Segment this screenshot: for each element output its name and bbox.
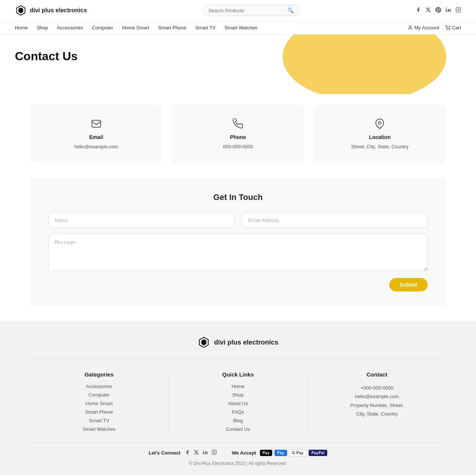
footer-logo-text: divi plus electronics bbox=[214, 339, 278, 346]
quicklinks-list: Home Shop About Us FAQs Blog Contact Us bbox=[176, 384, 300, 432]
list-item[interactable]: Blog bbox=[233, 418, 243, 423]
footer-logo-icon bbox=[197, 336, 210, 349]
name-input[interactable] bbox=[48, 213, 234, 228]
search-input[interactable] bbox=[208, 8, 287, 13]
footer-quicklinks-col: Quick Links Home Shop About Us FAQs Blog… bbox=[169, 371, 308, 432]
contact-col-title: Contact bbox=[315, 371, 439, 378]
we-accept: We Accept Pay Pay G Pay PayPal bbox=[232, 449, 327, 456]
facebook-icon[interactable] bbox=[415, 7, 421, 14]
apple-pay-icon: Pay bbox=[260, 450, 272, 456]
list-item[interactable]: About Us bbox=[228, 401, 248, 406]
footer-contact-col: Contact +000-000-0000 hello@example.com … bbox=[308, 371, 446, 432]
form-title: Get In Touch bbox=[48, 193, 428, 202]
cat-smart-watches[interactable]: Smart Watches bbox=[83, 426, 115, 432]
svg-marker-11 bbox=[202, 339, 207, 346]
nav-right: My Account Cart bbox=[408, 25, 461, 30]
ql-home[interactable]: Home bbox=[232, 384, 245, 389]
footer-linkedin-icon[interactable] bbox=[203, 450, 208, 456]
list-item[interactable]: Shop bbox=[232, 392, 244, 398]
location-card-value: Street, City, State, Country bbox=[351, 144, 408, 149]
email-input[interactable] bbox=[242, 213, 428, 228]
svg-point-7 bbox=[450, 29, 450, 30]
nav-smart-tv[interactable]: Smart TV bbox=[195, 25, 216, 30]
account-label: My Account bbox=[414, 25, 439, 30]
nav-home[interactable]: Home bbox=[15, 25, 28, 30]
nav-home-smart[interactable]: Home Smart bbox=[122, 25, 149, 30]
footer-twitter-icon[interactable] bbox=[194, 450, 199, 456]
ql-contact[interactable]: Contact Us bbox=[226, 426, 250, 432]
cat-computer[interactable]: Computer bbox=[89, 392, 110, 398]
svg-rect-13 bbox=[212, 450, 216, 455]
location-card: Location Street, City, State, Country bbox=[313, 105, 446, 163]
svg-rect-3 bbox=[456, 7, 461, 12]
list-item[interactable]: Home bbox=[232, 384, 245, 389]
pinterest-icon[interactable] bbox=[435, 7, 441, 14]
form-section: Get In Touch Submit bbox=[0, 174, 476, 321]
linkedin-icon[interactable] bbox=[446, 7, 451, 14]
social-icons bbox=[415, 7, 461, 14]
pay-icon: Pay bbox=[274, 450, 287, 456]
payment-icons: Pay Pay G Pay PayPal bbox=[260, 449, 327, 456]
footer-address: Property Number, Street,City, State, Cou… bbox=[315, 401, 439, 419]
nav-accessories[interactable]: Accessories bbox=[57, 25, 83, 30]
footer-cols: Gategories Accessories Computer Home Sma… bbox=[30, 371, 446, 432]
footer-divider bbox=[30, 359, 446, 359]
paypal-icon: PayPal bbox=[309, 450, 327, 456]
x-twitter-icon[interactable] bbox=[425, 7, 431, 14]
ql-blog[interactable]: Blog bbox=[233, 418, 243, 423]
nav-shop[interactable]: Shop bbox=[37, 25, 48, 30]
list-item[interactable]: Smart Phone bbox=[85, 409, 113, 415]
footer-logo-area: divi plus electronics bbox=[30, 336, 446, 349]
instagram-icon[interactable] bbox=[456, 7, 461, 14]
cart-label: Cart bbox=[452, 25, 461, 30]
nav-smart-phone[interactable]: Smart Phone bbox=[158, 25, 186, 30]
contact-cards-section: Email hello@example.com Phone 000-000-00… bbox=[0, 94, 476, 174]
cart-link[interactable]: Cart bbox=[445, 25, 461, 30]
list-item[interactable]: Smart TV bbox=[89, 418, 109, 423]
location-icon bbox=[374, 119, 385, 130]
ql-shop[interactable]: Shop bbox=[232, 392, 244, 398]
cat-accessories[interactable]: Accessories bbox=[86, 384, 112, 389]
gpay-icon: G Pay bbox=[289, 449, 307, 456]
submit-button[interactable]: Submit bbox=[389, 278, 428, 291]
email-card-value: hello@example.com bbox=[74, 144, 118, 149]
email-card: Email hello@example.com bbox=[30, 105, 163, 163]
ql-about[interactable]: About Us bbox=[228, 401, 248, 406]
list-item[interactable]: Accessories bbox=[86, 384, 112, 389]
footer-phone: +000-000-0000 bbox=[315, 384, 439, 392]
form-row-top bbox=[48, 213, 428, 228]
account-icon bbox=[408, 25, 413, 30]
list-item[interactable]: FAQs bbox=[232, 409, 244, 415]
footer-bottom-divider bbox=[30, 442, 446, 443]
phone-card-value: 000-000-0000 bbox=[223, 144, 253, 149]
cat-smart-tv[interactable]: Smart TV bbox=[89, 418, 109, 423]
logo-area[interactable]: divi plus electronics bbox=[15, 4, 87, 16]
email-card-label: Email bbox=[89, 134, 103, 140]
footer-social-icons bbox=[185, 450, 217, 456]
quicklinks-title: Quick Links bbox=[176, 371, 300, 378]
cat-smart-phone[interactable]: Smart Phone bbox=[85, 409, 113, 415]
footer-facebook-icon[interactable] bbox=[185, 450, 190, 456]
footer-email: hello@example.com bbox=[315, 392, 439, 401]
footer: divi plus electronics Gategories Accesso… bbox=[0, 321, 476, 475]
nav-bar: Home Shop Accessories Computer Home Smar… bbox=[0, 21, 476, 35]
ql-faqs[interactable]: FAQs bbox=[232, 409, 244, 415]
list-item[interactable]: Smart Watches bbox=[83, 426, 115, 432]
list-item[interactable]: Home Smart bbox=[86, 401, 113, 406]
hero-content: Contact Us bbox=[0, 35, 476, 71]
list-item[interactable]: Computer bbox=[89, 392, 110, 398]
footer-contact-info: +000-000-0000 hello@example.com Property… bbox=[315, 384, 439, 419]
we-accept-label: We Accept bbox=[232, 450, 256, 456]
cat-home-smart[interactable]: Home Smart bbox=[86, 401, 113, 406]
categories-list: Accessories Computer Home Smart Smart Ph… bbox=[37, 384, 161, 432]
list-item[interactable]: Contact Us bbox=[226, 426, 250, 432]
my-account-link[interactable]: My Account bbox=[408, 25, 439, 30]
form-submit-row: Submit bbox=[48, 278, 428, 291]
nav-computer[interactable]: Computer bbox=[92, 25, 113, 30]
email-icon bbox=[91, 119, 102, 130]
nav-smart-watches[interactable]: Smart Watches bbox=[225, 25, 257, 30]
search-bar[interactable]: 🔍 bbox=[203, 5, 299, 16]
message-textarea[interactable] bbox=[48, 234, 428, 271]
phone-icon bbox=[233, 119, 243, 130]
footer-instagram-icon[interactable] bbox=[212, 450, 217, 456]
